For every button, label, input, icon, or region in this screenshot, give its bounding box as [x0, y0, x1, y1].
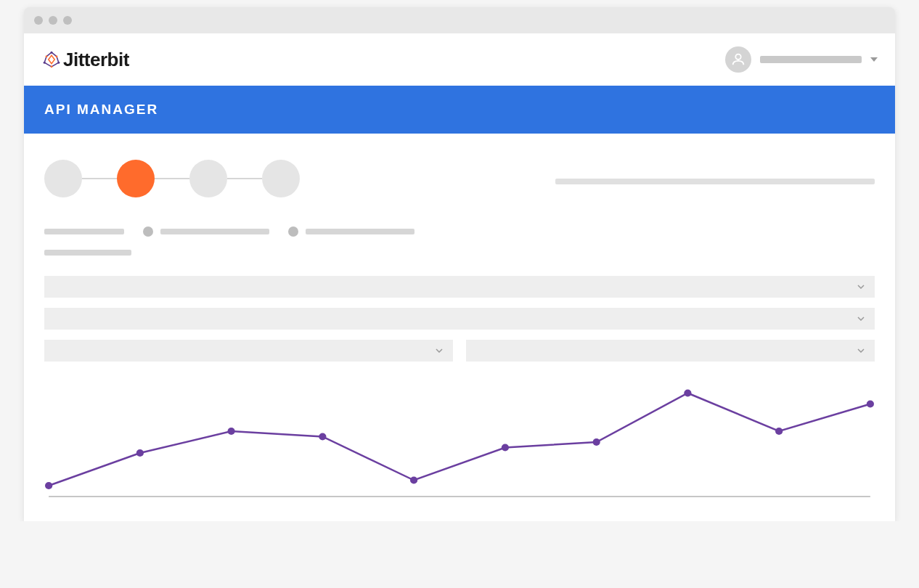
svg-point-14: [593, 438, 600, 446]
meta-placeholder: [44, 229, 124, 234]
line-chart: [44, 383, 875, 507]
app-window: Jitterbit API MANAGER: [24, 33, 895, 521]
svg-point-6: [735, 54, 740, 60]
stepper: [44, 160, 300, 197]
svg-point-2: [44, 62, 46, 64]
brand-name: Jitterbit: [63, 49, 129, 71]
svg-point-11: [319, 433, 326, 441]
step-2[interactable]: [117, 160, 155, 197]
user-name-placeholder: [760, 56, 862, 63]
meta-group: [288, 226, 414, 237]
browser-frame: Jitterbit API MANAGER: [24, 7, 895, 521]
svg-point-13: [502, 444, 509, 452]
meta-placeholder: [160, 229, 269, 234]
page-title: API MANAGER: [44, 102, 875, 118]
bullet-icon: [288, 226, 298, 237]
svg-point-5: [51, 65, 53, 68]
chevron-down-icon: [857, 348, 865, 353]
chevron-down-icon: [857, 317, 865, 321]
svg-point-3: [56, 55, 58, 57]
bullet-icon: [143, 226, 153, 237]
meta-placeholder: [306, 229, 414, 234]
dropdown-panel-4[interactable]: [466, 340, 875, 362]
chevron-down-icon: [870, 57, 878, 62]
step-1[interactable]: [44, 160, 82, 197]
window-minimize-icon[interactable]: [49, 16, 57, 25]
svg-point-8: [45, 482, 52, 489]
jitterbit-logo-icon: [41, 49, 62, 70]
content-area: [24, 134, 895, 521]
dropdown-row: [44, 340, 875, 362]
step-connector: [82, 178, 117, 179]
avatar: [725, 46, 751, 73]
window-maximize-icon[interactable]: [63, 16, 72, 25]
svg-point-1: [57, 62, 60, 64]
svg-point-17: [867, 401, 874, 408]
meta-group: [143, 226, 269, 237]
browser-titlebar: [24, 7, 895, 33]
meta-row-2: [44, 250, 875, 256]
svg-point-16: [775, 428, 783, 435]
chevron-down-icon: [857, 285, 865, 289]
chevron-down-icon: [436, 348, 443, 353]
svg-point-12: [410, 477, 417, 484]
dropdown-panel-1[interactable]: [44, 276, 875, 298]
header-placeholder: [555, 179, 875, 184]
meta-placeholder: [44, 250, 131, 256]
step-connector: [227, 178, 262, 179]
svg-point-0: [50, 52, 52, 54]
dropdown-panel-2[interactable]: [44, 308, 875, 330]
step-4[interactable]: [262, 160, 300, 197]
svg-point-15: [684, 390, 691, 397]
svg-point-10: [227, 428, 234, 435]
step-connector: [155, 178, 189, 179]
svg-point-9: [136, 449, 144, 457]
meta-row-1: [44, 226, 875, 237]
brand-logo[interactable]: Jitterbit: [41, 49, 129, 71]
app-header: Jitterbit: [24, 33, 895, 86]
user-menu[interactable]: [725, 46, 878, 73]
page-title-bar: API MANAGER: [24, 86, 895, 134]
step-3[interactable]: [189, 160, 227, 197]
svg-point-4: [46, 55, 48, 57]
user-icon: [730, 52, 746, 68]
top-row: [44, 160, 875, 197]
dropdown-panel-3[interactable]: [44, 340, 453, 362]
window-close-icon[interactable]: [34, 16, 43, 25]
panels: [44, 276, 875, 362]
